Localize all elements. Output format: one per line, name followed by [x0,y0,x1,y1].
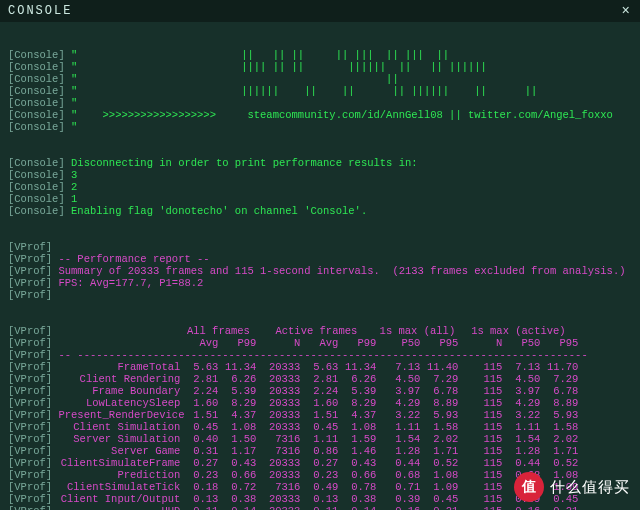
vprof-line: -- Performance report -- [58,253,209,265]
vprof-tag: [VProf] [8,253,52,265]
perf-label: Client Input/Output [58,493,180,505]
perf-value: 4.50 [502,373,540,385]
perf-value: 8.89 [420,397,458,409]
perf-value: 5.93 [420,409,458,421]
titlebar: CONSOLE × [0,0,640,22]
perf-row: [VProf] Present_RenderDevice1.514.372033… [8,409,636,421]
perf-value: 115 [458,409,502,421]
perf-value: 0.39 [376,493,420,505]
watermark-badge: 值 [514,472,544,502]
perf-value: 0.52 [540,457,578,469]
perf-value: 0.45 [180,421,218,433]
perf-label: ClientSimulateTick [58,481,180,493]
perf-value: 115 [458,481,502,493]
perf-value: 115 [458,385,502,397]
close-icon[interactable]: × [622,3,632,19]
col-header: N [458,337,502,349]
perf-value: 5.63 [180,361,218,373]
vprof-tag: [VProf] [8,397,52,409]
console-line: 3 [71,169,77,181]
col-header: N [256,337,300,349]
perf-value: 20333 [256,385,300,397]
perf-value: 0.21 [540,505,578,510]
perf-value: 0.13 [180,493,218,505]
perf-value: 0.18 [180,481,218,493]
perf-value: 1.09 [420,481,458,493]
window-title: CONSOLE [8,4,72,18]
perf-label: ClientSimulateFrame [58,457,180,469]
perf-value: 1.51 [180,409,218,421]
perf-value: 1.46 [338,445,376,457]
perf-value: 1.59 [338,433,376,445]
perf-value: 2.24 [180,385,218,397]
perf-row: [VProf] Client Simulation0.451.08203330.… [8,421,636,433]
vprof-tag: [VProf] [8,325,52,337]
col-header: P50 [502,337,540,349]
vprof-tag: [VProf] [8,421,52,433]
perf-value: 1.58 [540,421,578,433]
perf-value: 4.37 [338,409,376,421]
perf-value: 0.52 [420,457,458,469]
col-header: P95 [540,337,578,349]
console-tag: [Console] [8,49,65,61]
perf-value: 4.50 [376,373,420,385]
perf-value: 0.21 [420,505,458,510]
console-line: 1 [71,193,77,205]
ascii-line: " >>>>>>>>>>>>>>>>>> steamcommunity.com/… [71,109,640,121]
console-tag: [Console] [8,193,65,205]
col-header: Avg [180,337,218,349]
vprof-tag: [VProf] [8,493,52,505]
perf-value: 3.22 [502,409,540,421]
ascii-line: " [71,97,77,109]
perf-value: 1.60 [180,397,218,409]
perf-value: 0.27 [180,457,218,469]
perf-row: [VProf] FrameTotal5.6311.34203335.6311.3… [8,361,636,373]
col-header: P95 [420,337,458,349]
col-header: P99 [338,337,376,349]
perf-value: 0.11 [180,505,218,510]
perf-value: 0.14 [218,505,256,510]
watermark: 值 什么值得买 [514,472,630,502]
perf-value: 0.38 [338,493,376,505]
perf-value: 0.66 [338,469,376,481]
perf-value: 2.24 [300,385,338,397]
perf-label: Present_RenderDevice [58,409,180,421]
perf-value: 1.28 [502,445,540,457]
console-tag: [Console] [8,61,65,73]
perf-value: 20333 [256,409,300,421]
perf-value: 115 [458,433,502,445]
col-header: Avg [300,337,338,349]
perf-value: 20333 [256,361,300,373]
console-line: Enabling flag 'donotecho' on channel 'Co… [71,205,367,217]
console-line: Disconnecting in order to print performa… [71,157,418,169]
console-tag: [Console] [8,121,65,133]
perf-value: 0.45 [300,421,338,433]
perf-value: 7316 [256,445,300,457]
perf-value: 115 [458,361,502,373]
perf-label: FrameTotal [58,361,180,373]
vprof-line: FPS: Avg=177.7, P1=88.2 [58,277,203,289]
perf-group-headers: All framesActive frames1s max (all)1s ma… [58,325,578,337]
perf-value: 6.78 [540,385,578,397]
perf-value: 0.71 [376,481,420,493]
perf-value: 1.08 [218,421,256,433]
perf-value: 0.49 [300,481,338,493]
console-tag: [Console] [8,109,65,121]
perf-value: 1.71 [540,445,578,457]
perf-value: 11.70 [540,361,578,373]
perf-value: 6.26 [218,373,256,385]
perf-value: 1.58 [420,421,458,433]
perf-label: HUD [58,505,180,510]
console-tag: [Console] [8,205,65,217]
perf-value: 2.02 [540,433,578,445]
perf-value: 20333 [256,493,300,505]
perf-value: 0.23 [300,469,338,481]
vprof-tag: [VProf] [8,349,52,361]
perf-value: 0.86 [300,445,338,457]
perf-value: 1.11 [300,433,338,445]
vprof-tag: [VProf] [8,277,52,289]
console-tag: [Console] [8,97,65,109]
perf-value: 2.81 [300,373,338,385]
perf-value: 8.29 [338,397,376,409]
perf-value: 5.63 [300,361,338,373]
